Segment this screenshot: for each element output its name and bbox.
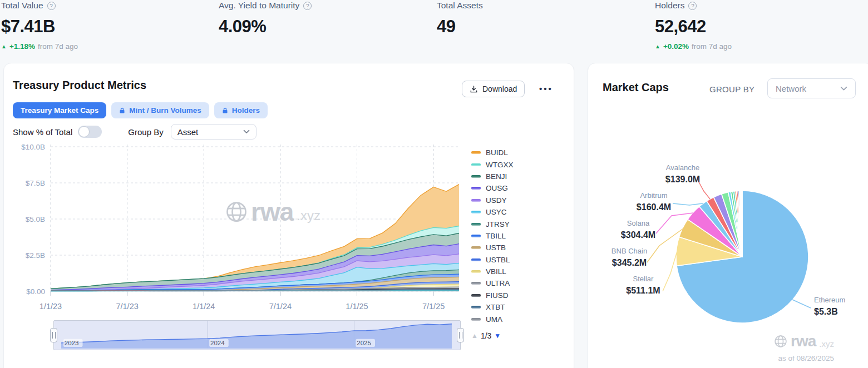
legend-page-up-icon[interactable]: ▲	[471, 332, 478, 340]
svg-text:Avalanche: Avalanche	[666, 163, 699, 172]
svg-text:$345.2M: $345.2M	[612, 258, 647, 267]
tab-treasury-market-caps[interactable]: Treasury Market Caps	[13, 102, 106, 118]
toggle-knob	[78, 126, 90, 137]
legend-item-WTGXX[interactable]: WTGXX	[471, 158, 514, 170]
legend-swatch	[471, 223, 481, 226]
legend-item-BUIDL[interactable]: BUIDL	[471, 147, 514, 158]
legend-page-down-icon[interactable]: ▼	[494, 332, 501, 340]
legend-label: ULTRA	[486, 279, 510, 287]
svg-text:Stellar: Stellar	[633, 275, 654, 283]
svg-text:2023: 2023	[65, 340, 79, 346]
legend-label: UMA	[486, 315, 502, 324]
stat-value: 52,642	[655, 17, 732, 37]
legend-page-indicator: 1/3	[481, 331, 491, 340]
treasury-product-metrics-card: Treasury Product Metrics Download ••• Tr…	[3, 63, 574, 368]
legend-label: JTRSY	[486, 220, 510, 228]
scrubber-right-handle[interactable]	[457, 328, 464, 342]
show-percent-toggle[interactable]	[78, 126, 102, 138]
stat-value: 49	[437, 17, 483, 37]
chart-legend: BUIDLWTGXXBENJIOUSGUSDYUSYCJTRSYTBILLUST…	[471, 147, 514, 325]
legend-swatch	[471, 175, 481, 178]
legend-swatch	[471, 270, 481, 273]
legend-item-USDY[interactable]: USDY	[471, 195, 514, 206]
download-label: Download	[482, 84, 517, 93]
stat-total-value: Total Value ? $7.41B ▲ +1.18% from 7d ag…	[1, 0, 78, 51]
legend-label: OUSG	[486, 184, 508, 192]
legend-swatch	[471, 306, 481, 309]
svg-text:$2.5B: $2.5B	[26, 251, 45, 260]
pie-slice[interactable]	[742, 191, 742, 257]
legend-item-USTBL[interactable]: USTBL	[471, 254, 514, 266]
tab-label: Mint / Burn Volumes	[129, 106, 201, 115]
legend-label: WTGXX	[486, 161, 514, 169]
svg-text:$10.0B: $10.0B	[21, 143, 45, 151]
legend-swatch	[471, 282, 481, 285]
legend-label: TBILL	[486, 232, 506, 240]
network-select[interactable]: Network	[767, 78, 856, 98]
group-by-label: Group By	[128, 127, 163, 137]
metric-tabs: Treasury Market Caps Mint / Burn Volumes…	[13, 102, 268, 118]
market-caps-pie-chart[interactable]: Ethereum$5.3BStellar$511.1MBNB Chain$345…	[588, 108, 868, 330]
watermark-brand: rwa	[791, 332, 816, 350]
legend-swatch	[471, 187, 481, 190]
svg-text:1/1/24: 1/1/24	[193, 302, 215, 311]
timeline-scrubber[interactable]: 202320242025	[53, 320, 461, 350]
svg-text:1/1/25: 1/1/25	[346, 302, 368, 311]
legend-pager: ▲ 1/3 ▼	[471, 331, 501, 340]
legend-item-BENJI[interactable]: BENJI	[471, 171, 514, 182]
svg-text:Arbitrum: Arbitrum	[640, 191, 667, 200]
legend-item-USTB[interactable]: USTB	[471, 242, 514, 253]
tab-label: Treasury Market Caps	[21, 106, 98, 115]
legend-swatch	[471, 258, 481, 261]
svg-text:1/1/23: 1/1/23	[40, 302, 62, 311]
chart-controls: Show % of Total Group By Asset	[13, 124, 257, 140]
legend-swatch	[471, 235, 481, 237]
legend-label: BUIDL	[486, 148, 508, 157]
svg-text:Solana: Solana	[627, 219, 650, 227]
legend-item-UMA[interactable]: UMA	[471, 313, 514, 325]
legend-item-TBILL[interactable]: TBILL	[471, 230, 514, 242]
delta-note: from 7d ago	[692, 42, 732, 51]
scrubber-left-handle[interactable]	[50, 328, 57, 342]
legend-item-JTRSY[interactable]: JTRSY	[471, 218, 514, 230]
network-value: Network	[776, 84, 806, 93]
help-icon[interactable]: ?	[688, 2, 697, 10]
chevron-down-icon	[243, 130, 250, 134]
legend-item-FIUSD[interactable]: FIUSD	[471, 290, 514, 301]
help-icon[interactable]: ?	[303, 2, 312, 10]
group-by-select[interactable]: Asset	[171, 124, 257, 140]
legend-swatch	[471, 211, 481, 213]
stat-avg-yield: Avg. Yield to Maturity ? 4.09%	[219, 0, 312, 37]
legend-swatch	[471, 246, 481, 249]
legend-item-USYC[interactable]: USYC	[471, 206, 514, 218]
legend-item-OUSG[interactable]: OUSG	[471, 182, 514, 194]
legend-label: FIUSD	[486, 291, 509, 300]
delta-up-icon: ▲	[1, 43, 7, 49]
legend-item-VBILL[interactable]: VBILL	[471, 266, 514, 277]
group-by-label: GROUP BY	[709, 84, 754, 94]
legend-item-XTBT[interactable]: XTBT	[471, 301, 514, 313]
lock-icon	[119, 107, 125, 114]
legend-label: USTBL	[486, 256, 510, 264]
legend-label: USDY	[486, 196, 507, 205]
svg-text:$0.00: $0.00	[26, 287, 45, 296]
tab-holders[interactable]: Holders	[214, 102, 268, 118]
as-of-date: as of 08/26/2025	[778, 354, 834, 362]
svg-text:2025: 2025	[357, 340, 371, 346]
show-percent-label: Show % of Total	[13, 127, 72, 137]
globe-icon	[774, 335, 787, 348]
svg-text:2024: 2024	[210, 340, 225, 346]
download-button[interactable]: Download	[462, 81, 525, 97]
legend-item-ULTRA[interactable]: ULTRA	[471, 277, 514, 289]
svg-text:$304.4M: $304.4M	[621, 230, 655, 240]
svg-text:7/1/25: 7/1/25	[422, 302, 445, 311]
stat-label: Avg. Yield to Maturity	[219, 1, 299, 11]
rwa-dashboard: { "stats": [ {"label":"Total Value","val…	[0, 0, 868, 368]
svg-text:7/1/23: 7/1/23	[116, 302, 138, 311]
lock-icon	[222, 107, 228, 114]
more-options-button[interactable]: •••	[539, 84, 553, 93]
legend-label: USYC	[486, 208, 507, 216]
tab-mint-burn-volumes[interactable]: Mint / Burn Volumes	[111, 102, 209, 118]
legend-swatch	[471, 294, 481, 297]
help-icon[interactable]: ?	[47, 2, 56, 10]
